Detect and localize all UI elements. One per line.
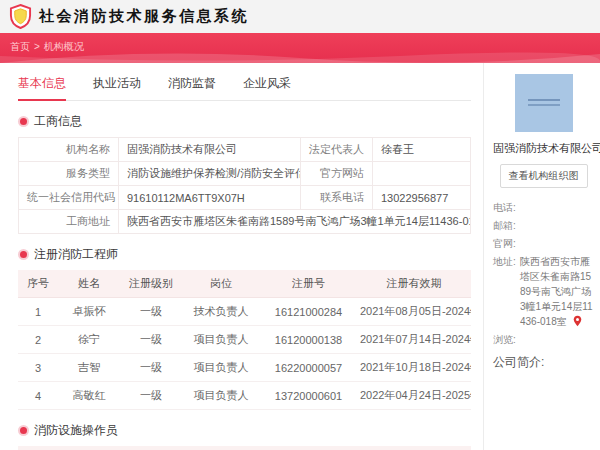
table-cell: 16120000138 [260, 326, 357, 354]
field-label: 服务类型 [19, 162, 119, 186]
field-value: 陕西省西安市雁塔区朱雀南路1589号南飞鸿广场3幢1单元14层11436-018… [119, 210, 471, 234]
main-column: 基本信息 执业活动 消防监督 企业风采 工商信息 机构名称 固强消防技术有限公司… [0, 63, 483, 450]
table-cell: 2022年04月24日-2025年04月24日 [357, 382, 471, 410]
breadcrumb-home-link[interactable]: 首页 [10, 41, 30, 52]
column-header: 岗位 [182, 270, 260, 298]
table-cell: 16121000284 [260, 298, 357, 326]
table-cell: 4 [18, 382, 58, 410]
app-header: 社会消防技术服务信息系统 [0, 0, 600, 33]
table-row: 统一社会信用代码 91610112MA6TT9X07H 联系电话 1302295… [19, 186, 471, 210]
column-header: 序号 [18, 446, 58, 450]
field-label: 邮箱: [493, 218, 520, 233]
table-cell: 2021年08月05日-2024年08月05日 [357, 298, 471, 326]
field-label: 官方网站 [301, 162, 373, 186]
field-value: 固强消防技术有限公司 [119, 138, 301, 162]
field-value: 陕西省西安市雁塔区朱雀南路1589号南飞鸿广场3幢1单元14层11436-018… [520, 254, 594, 329]
section-title-text: 消防设施操作员 [34, 422, 118, 439]
table-cell: 1 [18, 298, 58, 326]
table-cell: 一级 [120, 298, 182, 326]
column-header: 注册号 [260, 270, 357, 298]
engineers-table: 序号姓名注册级别岗位注册号注册有效期1卓振怀一级技术负责人16121000284… [18, 270, 471, 410]
table-cell: 2021年07月14日-2024年07月14日 [357, 326, 471, 354]
field-label: 机构名称 [19, 138, 119, 162]
breadcrumb-bar: 首页>机构概况 [0, 33, 600, 63]
table-cell: 一级 [120, 354, 182, 382]
field-label: 法定代表人 [301, 138, 373, 162]
company-name: 固强消防技术有限公司 [493, 141, 594, 156]
field-label: 地址: [493, 254, 520, 329]
field-value: 13022956877 [373, 186, 471, 210]
address-field: 地址: 陕西省西安市雁塔区朱雀南路1589号南飞鸿广场3幢1单元14层11436… [493, 254, 594, 329]
table-row: 工商地址 陕西省西安市雁塔区朱雀南路1589号南飞鸿广场3幢1单元14层1143… [19, 210, 471, 234]
table-cell: 3 [18, 354, 58, 382]
table-cell: 吉智 [58, 354, 120, 382]
table-cell: 徐宁 [58, 326, 120, 354]
shield-logo-icon [9, 4, 33, 30]
website-field: 官网: [493, 236, 594, 251]
content-area: 基本信息 执业活动 消防监督 企业风采 工商信息 机构名称 固强消防技术有限公司… [0, 63, 600, 450]
table-row: 4高敬红一级项目负责人137200006012022年04月24日-2025年0… [18, 382, 471, 410]
table-row: 3吉智一级项目负责人162200000572021年10月18日-2024年10… [18, 354, 471, 382]
table-row: 2徐宁一级项目负责人161200001382021年07月14日-2024年07… [18, 326, 471, 354]
table-cell: 项目负责人 [182, 382, 260, 410]
tab-fire-supervision[interactable]: 消防监督 [168, 75, 216, 100]
column-header: 证书编号 [208, 446, 325, 450]
table-cell: 13720000601 [260, 382, 357, 410]
column-header: 职业资格 [325, 446, 418, 450]
phone-field: 电话: [493, 200, 594, 215]
section-title-business: 工商信息 [18, 113, 471, 130]
table-cell: 项目负责人 [182, 354, 260, 382]
operators-table: 序号姓名职业资格证书证书编号职业资格创建日期1戴文强四级/中级技能1936003… [18, 446, 471, 450]
field-value: 91610112MA6TT9X07H [119, 186, 301, 210]
map-pin-icon[interactable] [573, 315, 582, 327]
red-dot-icon [20, 251, 27, 258]
table-cell: 项目负责人 [182, 326, 260, 354]
org-chart-button[interactable]: 查看机构组织图 [500, 164, 588, 188]
breadcrumb-current: 机构概况 [44, 41, 84, 52]
address-text: 陕西省西安市雁塔区朱雀南路1589号南飞鸿广场3幢1单元14层11436-018… [127, 215, 471, 227]
field-value: 消防设施维护保养检测/消防安全评估 [119, 162, 301, 186]
field-label: 浏览: [493, 332, 520, 347]
field-label: 联系电话 [301, 186, 373, 210]
wave-decoration [0, 49, 600, 63]
table-cell: 一级 [120, 326, 182, 354]
column-header: 姓名 [58, 446, 120, 450]
tab-practice-activity[interactable]: 执业活动 [93, 75, 141, 100]
section-title-text: 工商信息 [34, 113, 82, 130]
company-sidebar: 固强消防技术有限公司 查看机构组织图 电话: 邮箱: 官网: 地址: 陕西省西安… [483, 63, 600, 450]
field-label: 统一社会信用代码 [19, 186, 119, 210]
column-header: 序号 [18, 270, 58, 298]
section-title-text: 注册消防工程师 [34, 246, 118, 263]
company-logo-image [515, 74, 573, 132]
section-title-engineers: 注册消防工程师 [18, 246, 471, 263]
column-header: 姓名 [58, 270, 120, 298]
table-cell: 16220000057 [260, 354, 357, 382]
email-field: 邮箱: [493, 218, 594, 233]
table-header-row: 序号姓名职业资格证书证书编号职业资格创建日期 [18, 446, 471, 450]
field-label: 电话: [493, 200, 520, 215]
table-header-row: 序号姓名注册级别岗位注册号注册有效期 [18, 270, 471, 298]
page-title: 社会消防技术服务信息系统 [39, 7, 249, 26]
section-title-operators: 消防设施操作员 [18, 422, 471, 439]
table-cell: 2021年10月18日-2024年10月18日 [357, 354, 471, 382]
business-info-table: 机构名称 固强消防技术有限公司 法定代表人 徐春王 服务类型 消防设施维护保养检… [18, 137, 471, 234]
table-cell: 2 [18, 326, 58, 354]
table-cell: 一级 [120, 382, 182, 410]
tab-bar: 基本信息 执业活动 消防监督 企业风采 [18, 70, 471, 101]
column-header: 职业资格证书 [120, 446, 208, 450]
table-cell: 技术负责人 [182, 298, 260, 326]
company-profile-title: 公司简介: [493, 354, 594, 371]
table-row: 机构名称 固强消防技术有限公司 法定代表人 徐春王 [19, 138, 471, 162]
tab-company-showcase[interactable]: 企业风采 [243, 75, 291, 100]
table-cell: 卓振怀 [58, 298, 120, 326]
column-header: 注册有效期 [357, 270, 471, 298]
column-header: 注册级别 [120, 270, 182, 298]
red-dot-icon [20, 118, 27, 125]
column-header: 创建日期 [418, 446, 471, 450]
table-row: 服务类型 消防设施维护保养检测/消防安全评估 官方网站 [19, 162, 471, 186]
table-cell: 高敬红 [58, 382, 120, 410]
tab-basic-info[interactable]: 基本信息 [18, 75, 66, 101]
red-dot-icon [20, 427, 27, 434]
breadcrumb-separator: > [34, 41, 40, 52]
breadcrumb: 首页>机构概况 [10, 40, 84, 54]
